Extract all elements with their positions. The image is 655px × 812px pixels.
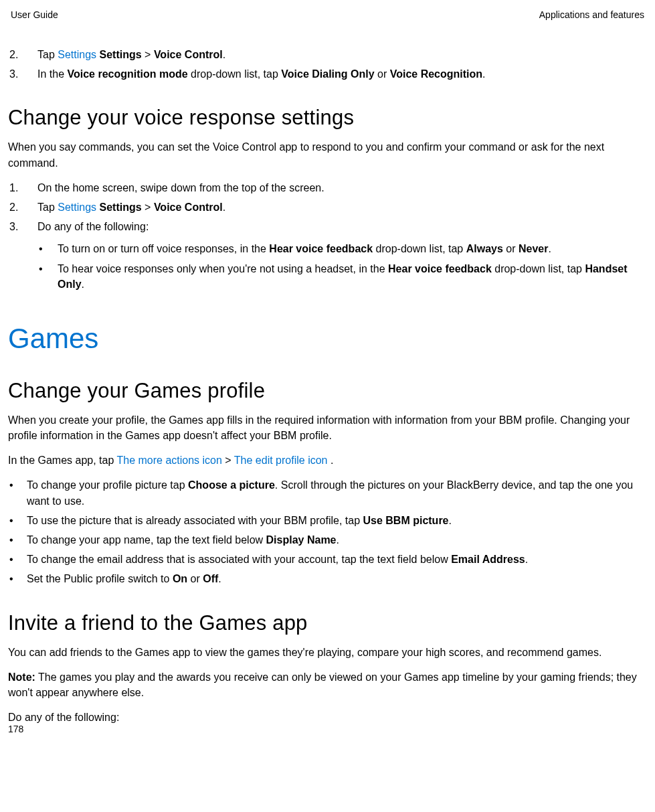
step-body: In the Voice recognition mode drop-down … bbox=[37, 66, 639, 82]
list-body: To change your app name, tap the text fi… bbox=[27, 532, 639, 548]
list-body: To hear voice responses only when you're… bbox=[58, 261, 639, 292]
para-invite-intro: You can add friends to the Games app to … bbox=[8, 645, 639, 660]
step-body: On the home screen, swipe down from the … bbox=[37, 180, 639, 195]
list-item: • To hear voice responses only when you'… bbox=[37, 261, 639, 292]
para-profile-intro: When you create your profile, the Games … bbox=[8, 412, 639, 443]
header-left: User Guide bbox=[11, 9, 58, 20]
text: Set the Public profile switch to bbox=[27, 573, 173, 584]
profile-bullets: • To change your profile picture tap Cho… bbox=[8, 477, 639, 586]
page-content: 2. Tap Settings Settings > Voice Control… bbox=[8, 47, 647, 725]
text: To turn on or turn off voice responses, … bbox=[58, 243, 269, 254]
para-voice-intro: When you say commands, you can set the V… bbox=[8, 139, 639, 170]
separator: > bbox=[222, 455, 234, 466]
list-body: Set the Public profile switch to On or O… bbox=[27, 571, 639, 586]
voice-sub-bullets: • To turn on or turn off voice responses… bbox=[37, 241, 639, 292]
bullet-icon: • bbox=[8, 571, 27, 586]
text: drop-down list, tap bbox=[188, 68, 282, 80]
text: In the Games app, tap bbox=[8, 455, 116, 466]
step-number: 3. bbox=[8, 219, 37, 296]
text: . bbox=[548, 243, 551, 254]
separator: > bbox=[142, 49, 154, 60]
page-number: 178 bbox=[8, 724, 23, 734]
text: drop-down list, tap bbox=[492, 263, 585, 274]
display-name-label: Display Name bbox=[266, 534, 337, 546]
voice-recognition-label: Voice Recognition bbox=[390, 68, 482, 80]
text: To hear voice responses only when you're… bbox=[58, 263, 388, 274]
text: drop-down list, tap bbox=[373, 243, 466, 254]
para-games-tap: In the Games app, tap The more actions i… bbox=[8, 453, 639, 468]
text: To change the email address that is asso… bbox=[27, 554, 451, 565]
list-item: • To change your app name, tap the text … bbox=[8, 532, 639, 548]
list-item: • Set the Public profile switch to On or… bbox=[8, 571, 639, 586]
settings-label: Settings bbox=[100, 49, 142, 60]
bullet-icon: • bbox=[8, 532, 27, 548]
list-item: • To change the email address that is as… bbox=[8, 552, 639, 567]
voice-steps-list: 1. On the home screen, swipe down from t… bbox=[8, 180, 639, 296]
text: . bbox=[82, 278, 84, 290]
voice-dialing-only-label: Voice Dialing Only bbox=[281, 68, 374, 80]
bullet-icon: • bbox=[8, 477, 27, 508]
step-number: 2. bbox=[8, 47, 37, 62]
step-3: 3. Do any of the following: • To turn on… bbox=[8, 219, 639, 296]
text: . bbox=[327, 455, 333, 466]
step-1: 1. On the home screen, swipe down from t… bbox=[8, 180, 639, 195]
off-label: Off bbox=[203, 573, 218, 584]
text: or bbox=[375, 68, 390, 80]
choose-a-picture-label: Choose a picture bbox=[188, 479, 275, 491]
text: . bbox=[223, 201, 225, 213]
text: The games you play and the awards you re… bbox=[8, 671, 637, 698]
on-label: On bbox=[173, 573, 187, 584]
always-label: Always bbox=[466, 243, 503, 254]
text: or bbox=[503, 243, 519, 254]
step-number: 1. bbox=[8, 180, 37, 195]
text: or bbox=[187, 573, 203, 584]
text: To change your profile picture tap bbox=[27, 479, 188, 491]
text: Tap bbox=[37, 201, 58, 213]
step-number: 3. bbox=[8, 66, 37, 82]
page-header: User Guide Applications and features bbox=[8, 9, 647, 20]
text: . bbox=[482, 68, 485, 80]
edit-profile-icon-label: The edit profile icon bbox=[234, 455, 328, 466]
list-body: To change your profile picture tap Choos… bbox=[27, 477, 639, 508]
bullet-icon: • bbox=[37, 261, 58, 292]
separator: > bbox=[142, 201, 154, 213]
text: . bbox=[525, 554, 528, 565]
list-body: To change the email address that is asso… bbox=[27, 552, 639, 567]
step-body: Tap Settings Settings > Voice Control. bbox=[37, 47, 639, 62]
text: . bbox=[337, 534, 339, 546]
text: To change your app name, tap the text fi… bbox=[27, 534, 266, 546]
step-3: 3. In the Voice recognition mode drop-do… bbox=[8, 66, 639, 82]
top-steps-list: 2. Tap Settings Settings > Voice Control… bbox=[8, 47, 639, 82]
settings-icon-label: Settings bbox=[58, 201, 96, 213]
list-body: To turn on or turn off voice responses, … bbox=[58, 241, 639, 256]
list-body: To use the picture that is already assoc… bbox=[27, 513, 639, 528]
more-actions-icon-label: The more actions icon bbox=[116, 455, 221, 466]
list-item: • To change your profile picture tap Cho… bbox=[8, 477, 639, 508]
heading-invite-friend: Invite a friend to the Games app bbox=[8, 611, 639, 635]
use-bbm-picture-label: Use BBM picture bbox=[363, 515, 448, 526]
hear-voice-feedback-label: Hear voice feedback bbox=[269, 243, 373, 254]
list-item: • To turn on or turn off voice responses… bbox=[37, 241, 639, 256]
step-2: 2. Tap Settings Settings > Voice Control… bbox=[8, 199, 639, 215]
step-body: Tap Settings Settings > Voice Control. bbox=[37, 199, 639, 215]
step-body: Do any of the following: • To turn on or… bbox=[37, 219, 639, 296]
bullet-icon: • bbox=[8, 552, 27, 567]
list-item: • To use the picture that is already ass… bbox=[8, 513, 639, 528]
para-do-following: Do any of the following: bbox=[8, 710, 639, 725]
text: Tap bbox=[37, 49, 58, 60]
note-label: Note: bbox=[8, 671, 35, 683]
step-number: 2. bbox=[8, 199, 37, 215]
heading-change-voice-response: Change your voice response settings bbox=[8, 106, 639, 130]
bullet-icon: • bbox=[37, 241, 58, 256]
heading-change-games-profile: Change your Games profile bbox=[8, 379, 639, 403]
voice-control-label: Voice Control bbox=[154, 201, 223, 213]
text: . bbox=[223, 49, 225, 60]
email-address-label: Email Address bbox=[451, 554, 525, 565]
text: In the bbox=[37, 68, 67, 80]
text: . bbox=[218, 573, 221, 584]
step-2: 2. Tap Settings Settings > Voice Control… bbox=[8, 47, 639, 62]
voice-recognition-mode-label: Voice recognition mode bbox=[67, 68, 187, 80]
never-label: Never bbox=[519, 243, 548, 254]
settings-label: Settings bbox=[100, 201, 142, 213]
text: To use the picture that is already assoc… bbox=[27, 515, 363, 526]
